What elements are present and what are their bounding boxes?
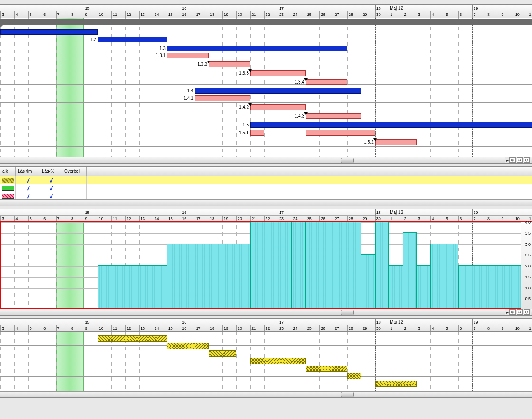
gantt-timeline-header: Maj 1215161718192021 3456789101112131415… [0,5,532,18]
day-marker: 24 [292,11,297,18]
task-bar[interactable] [306,130,375,136]
day-marker: 8 [70,216,73,222]
summary-bar[interactable] [0,19,532,25]
zoom-out-button[interactable]: ⊖ [524,309,530,315]
week-marker: 15 [84,319,89,325]
task-bar[interactable] [306,79,347,85]
day-marker: 3 [417,325,420,331]
task-bar[interactable] [98,37,167,42]
day-marker: 7 [472,216,476,222]
task-bar[interactable] [250,70,306,76]
day-marker: 14 [153,216,159,222]
day-marker: 7 [472,325,476,331]
task-bar[interactable] [195,95,251,101]
resource-swatch [2,178,14,183]
day-marker: 10 [514,216,520,222]
day-marker: 11 [111,11,117,18]
resource-bar[interactable] [375,381,417,387]
day-marker: 16 [181,11,186,18]
check-icon: √ [49,185,53,192]
day-marker: 21 [250,216,256,222]
day-marker: 4 [14,11,18,18]
task-label: 1.4 [187,88,195,93]
day-marker: 23 [278,325,284,331]
day-marker: 10 [514,325,520,331]
column-header[interactable]: Överbel. [62,167,87,176]
day-marker: 16 [181,325,186,331]
gantt-body[interactable]: 1.21.31.3.11.3.21.3.31.3.41.41.4.11.4.21… [0,18,532,157]
y-tick: 1,5 [525,275,531,279]
zoom-fit-button[interactable]: ⇔ [517,309,523,315]
overload-box [0,221,532,309]
task-bar[interactable] [0,29,98,35]
day-marker: 30 [375,11,381,18]
resource-bar[interactable] [347,373,361,379]
grid-hscroll[interactable] [0,199,532,206]
day-marker: 16 [181,216,186,222]
task-bar[interactable] [209,61,250,67]
day-marker: 26 [319,11,325,18]
task-bar[interactable] [375,139,417,145]
histogram-body[interactable] [0,222,521,309]
day-marker: 23 [278,216,284,222]
task-bar[interactable] [306,113,361,119]
day-marker: 11 [111,325,117,331]
task-bar[interactable] [250,130,264,136]
gantt-hscroll[interactable] [0,157,532,163]
zoom-out-button[interactable]: ⊖ [524,157,530,163]
grid-row[interactable]: √√ [0,184,532,192]
y-tick: 3,0 [525,242,531,247]
histo-hscroll[interactable] [0,309,532,315]
task-label: 1.2 [90,37,98,42]
day-marker: 1 [389,216,392,222]
y-tick: 1,0 [525,286,531,290]
resource-bar[interactable] [167,343,209,349]
grid-row[interactable]: √√ [0,176,532,184]
task-bar[interactable] [250,122,532,128]
day-marker: 9 [84,216,87,222]
day-marker: 9 [84,11,87,18]
scroll-thumb[interactable] [341,158,354,163]
check-icon: √ [26,185,30,192]
resource-body[interactable] [0,332,532,391]
task-bar[interactable] [167,46,347,51]
day-marker: 8 [70,325,73,331]
resource-bar[interactable] [250,358,306,364]
scroll-thumb[interactable] [341,392,354,397]
column-header[interactable]: Lås tim [16,167,40,176]
task-bar[interactable] [250,104,306,110]
week-marker: 18 [375,210,381,216]
resource-bar[interactable] [98,335,167,342]
day-marker: 3 [417,216,420,222]
day-marker: 12 [125,325,131,331]
day-marker: 20 [236,216,242,222]
zoom-fit-button[interactable]: ⇔ [517,157,523,163]
day-marker: 15 [167,325,173,331]
day-marker: 9 [500,216,503,222]
zoom-tri[interactable]: ▸ [506,158,509,163]
day-marker: 12 [125,216,131,222]
y-tick: 2,5 [525,253,531,257]
resource-bar[interactable] [306,366,347,372]
day-marker: 20 [236,11,242,18]
day-marker: 29 [361,325,367,331]
task-bar[interactable] [167,53,209,58]
zoom-tri[interactable]: ▸ [506,310,509,315]
histo-zoom-controls: ▸ ⊕ ⇔ ⊖ [505,309,531,315]
day-marker: 21 [250,11,256,18]
gantt-zoom-controls: ▸ ⊕ ⇔ ⊖ [505,157,531,163]
res-hscroll[interactable] [0,391,532,397]
column-header[interactable]: Lås-% [40,167,62,176]
day-marker: 6 [42,11,46,18]
day-marker: 7 [56,216,60,222]
day-marker: 4 [430,325,434,331]
zoom-in-button[interactable]: ⊕ [509,157,516,163]
scroll-thumb[interactable] [341,310,354,315]
zoom-in-button[interactable]: ⊕ [509,309,516,315]
week-marker: 18 [375,5,381,11]
column-header[interactable]: alk [0,167,16,176]
resource-bar[interactable] [209,350,236,357]
day-marker: 19 [222,11,228,18]
day-marker: 5 [445,216,448,222]
task-bar[interactable] [195,88,361,94]
